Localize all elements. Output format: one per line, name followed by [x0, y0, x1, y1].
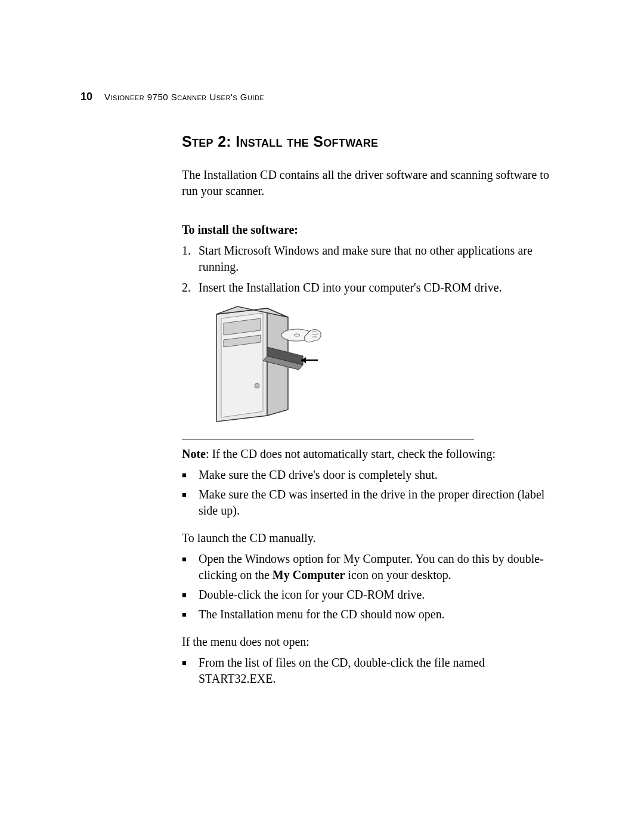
- intro-text: The Installation CD contains all the dri…: [182, 167, 564, 199]
- square-bullet-icon: ■: [182, 551, 199, 565]
- list-item: 2. Insert the Installation CD into your …: [182, 280, 564, 296]
- bullet-text: Double-click the icon for your CD-ROM dr…: [199, 587, 564, 603]
- page-number: 10: [80, 91, 92, 103]
- divider-line: [182, 439, 474, 439]
- square-bullet-icon: ■: [182, 587, 199, 600]
- launch-intro: To launch the CD manually.: [182, 529, 564, 546]
- note-body: : If the CD does not automatically start…: [206, 447, 496, 460]
- page-header: 10 Visioneer 9750 Scanner User's Guide: [80, 91, 564, 103]
- list-item: ■ Double-click the icon for your CD-ROM …: [182, 587, 564, 603]
- list-item: ■ The Installation menu for the CD shoul…: [182, 606, 564, 623]
- note-text: Note: If the CD does not automatically s…: [182, 445, 564, 462]
- svg-point-10: [294, 334, 300, 336]
- square-bullet-icon: ■: [182, 655, 199, 668]
- list-item: ■ Make sure the CD was inserted in the d…: [182, 487, 564, 519]
- step-number: 1.: [182, 243, 199, 275]
- list-item: ■ From the list of files on the CD, doub…: [182, 655, 564, 687]
- list-item: 1. Start Microsoft Windows and make sure…: [182, 243, 564, 275]
- bullet-text: Open the Windows option for My Computer.…: [199, 551, 564, 583]
- step-heading: Step 2: Install the Software: [182, 133, 564, 150]
- list-item: ■ Open the Windows option for My Compute…: [182, 551, 564, 583]
- launch-bullets: ■ Open the Windows option for My Compute…: [182, 551, 564, 623]
- step-text: Start Microsoft Windows and make sure th…: [199, 243, 564, 275]
- pc-tower-cd-icon: [199, 305, 324, 425]
- square-bullet-icon: ■: [182, 487, 199, 500]
- bullet-text: Make sure the CD was inserted in the dri…: [199, 487, 564, 519]
- page-content: 10 Visioneer 9750 Scanner User's Guide S…: [80, 91, 564, 698]
- main-content: Step 2: Install the Software The Install…: [182, 133, 564, 687]
- noopen-intro: If the menu does not open:: [182, 633, 564, 650]
- header-title: Visioneer 9750 Scanner User's Guide: [104, 92, 264, 102]
- note-prefix: Note: [182, 447, 206, 460]
- install-subheading: To install the software:: [182, 223, 564, 237]
- install-steps-list: 1. Start Microsoft Windows and make sure…: [182, 243, 564, 296]
- bullet-text: The Installation menu for the CD should …: [199, 606, 564, 623]
- note-bullets: ■ Make sure the CD drive's door is compl…: [182, 467, 564, 519]
- square-bullet-icon: ■: [182, 606, 199, 620]
- square-bullet-icon: ■: [182, 467, 199, 481]
- list-item: ■ Make sure the CD drive's door is compl…: [182, 467, 564, 483]
- step-number: 2.: [182, 280, 199, 296]
- computer-cd-illustration: [199, 305, 564, 427]
- step-text: Insert the Installation CD into your com…: [199, 280, 564, 296]
- noopen-bullets: ■ From the list of files on the CD, doub…: [182, 655, 564, 687]
- bullet-text: From the list of files on the CD, double…: [199, 655, 564, 687]
- bullet-text: Make sure the CD drive's door is complet…: [199, 467, 564, 483]
- svg-point-6: [255, 383, 259, 388]
